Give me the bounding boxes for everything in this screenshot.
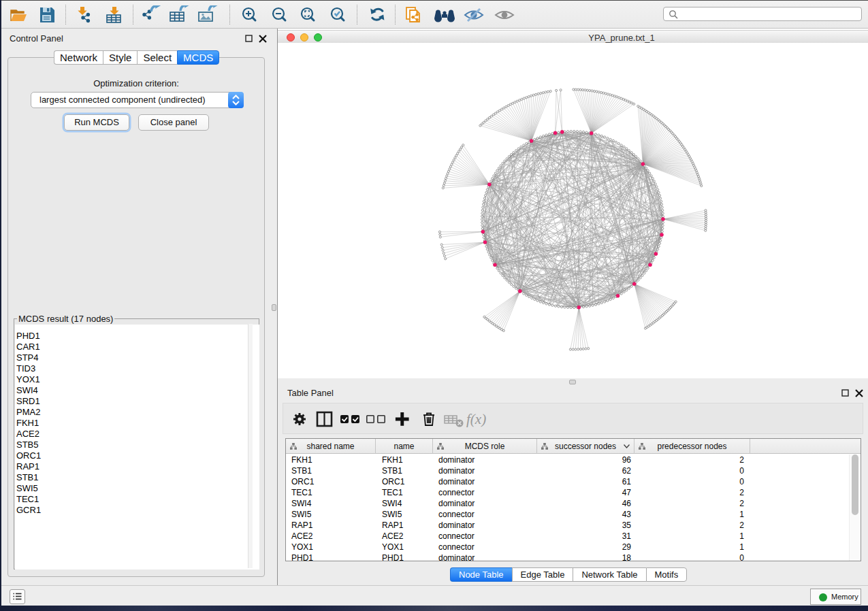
svg-text:f(x): f(x) — [466, 411, 486, 427]
